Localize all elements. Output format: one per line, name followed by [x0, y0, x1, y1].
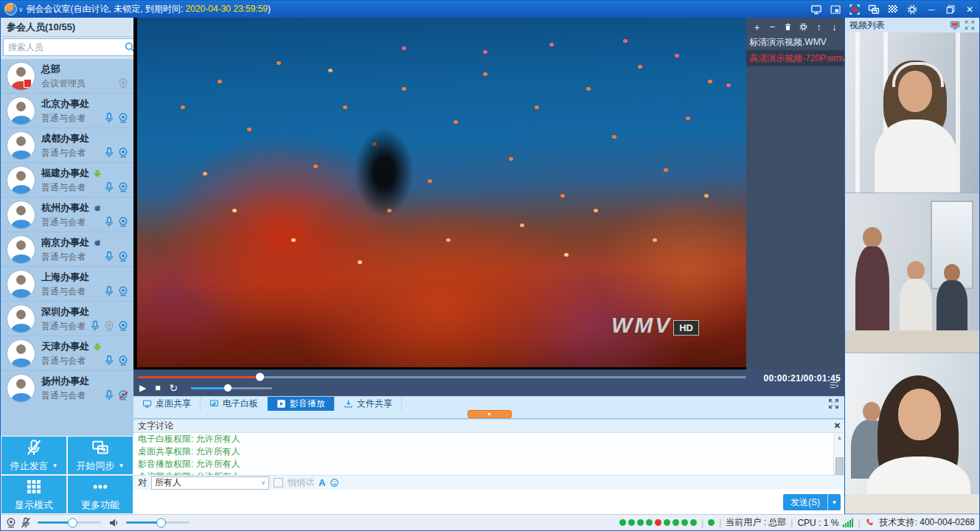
- chat-input-area[interactable]: 发送(S) ▼: [133, 490, 845, 514]
- mic-icon[interactable]: [103, 285, 115, 297]
- font-style-button[interactable]: A: [319, 477, 325, 488]
- pixel-grid-icon[interactable]: [883, 1, 903, 18]
- file-share-icon: [344, 399, 353, 409]
- chat-scrollbar[interactable]: ▲ ▼: [833, 433, 845, 475]
- display-mode-button[interactable]: 显示模式: [1, 476, 66, 513]
- scroll-thumb[interactable]: [835, 457, 844, 475]
- participant-row[interactable]: 深圳办事处 普通与会者: [1, 302, 133, 336]
- participant-row[interactable]: 杭州办事处 普通与会者: [1, 198, 133, 232]
- minimize-button[interactable]: ─: [922, 1, 941, 18]
- camera-icon[interactable]: [103, 320, 115, 332]
- grid-icon: [25, 478, 43, 496]
- playlist-move-down-button[interactable]: ↓: [830, 22, 839, 32]
- speaker-volume-slider[interactable]: [126, 521, 190, 524]
- search-input[interactable]: [7, 41, 124, 53]
- settings-gear-icon[interactable]: [903, 1, 922, 18]
- stop-button[interactable]: ■: [155, 384, 160, 392]
- monitor-icon[interactable]: [950, 20, 960, 30]
- window-layout-icon[interactable]: [826, 1, 845, 18]
- camera-icon[interactable]: [117, 251, 129, 263]
- expand-icon[interactable]: [965, 20, 975, 30]
- participant-row[interactable]: 南京办事处 普通与会者: [1, 232, 133, 267]
- participant-row[interactable]: 福建办事处 普通与会者: [1, 163, 133, 198]
- seek-handle[interactable]: [256, 373, 264, 381]
- network-sync-icon[interactable]: [864, 1, 883, 18]
- playlist-item-selected[interactable]: 高清演示视频-720P.wmv删除: [746, 50, 845, 66]
- mic-icon[interactable]: [103, 355, 115, 367]
- mic-icon[interactable]: [103, 251, 115, 263]
- tab-desktop-share[interactable]: 桌面共享: [133, 397, 201, 411]
- logo-caret-icon[interactable]: ∨: [18, 6, 24, 13]
- participant-row[interactable]: 扬州办事处 普通与会者: [1, 371, 133, 405]
- mic-icon[interactable]: [103, 181, 115, 193]
- playlist-add-button[interactable]: ＋: [752, 22, 762, 32]
- chat-close-icon[interactable]: ✕: [834, 421, 841, 431]
- send-button[interactable]: 发送(S): [783, 494, 827, 510]
- stop-speaking-button[interactable]: 停止发言▼: [1, 437, 66, 474]
- emoji-button[interactable]: [330, 478, 339, 487]
- playlist-move-up-button[interactable]: ↑: [814, 22, 824, 32]
- tab-media-playback[interactable]: 影音播放: [268, 397, 335, 411]
- replay-button[interactable]: ↻: [169, 383, 178, 393]
- close-button[interactable]: ✕: [960, 1, 979, 18]
- participant-name: 上海办事处: [41, 271, 89, 284]
- mic-volume-slider[interactable]: [38, 521, 101, 524]
- video-list-title: 视频列表: [849, 19, 885, 32]
- apple-icon: [92, 203, 102, 213]
- participant-row[interactable]: 天津办事处 普通与会者: [1, 336, 133, 371]
- dropdown-caret-icon[interactable]: ▼: [52, 462, 58, 469]
- video-thumbnail[interactable]: [845, 193, 979, 354]
- camera-icon[interactable]: [117, 320, 129, 332]
- screen-share-icon[interactable]: [807, 1, 826, 18]
- chat-collapse-handle[interactable]: ▼: [468, 410, 512, 418]
- participant-row[interactable]: 上海办事处 普通与会者: [1, 267, 133, 302]
- more-functions-button[interactable]: 更多功能: [68, 476, 133, 513]
- restore-button[interactable]: [941, 1, 960, 18]
- playlist-remove-button[interactable]: −: [768, 22, 777, 32]
- dropdown-caret-icon[interactable]: ▼: [119, 462, 125, 469]
- camera-icon[interactable]: [117, 355, 129, 367]
- recipient-select[interactable]: 所有人∨: [151, 476, 269, 490]
- video-thumbnail[interactable]: [845, 32, 979, 193]
- seek-bar[interactable]: [138, 376, 746, 378]
- mic-icon[interactable]: [103, 216, 115, 228]
- start-sync-button[interactable]: 开始同步▼: [68, 437, 133, 474]
- speaker-icon[interactable]: [108, 517, 120, 529]
- participant-row[interactable]: 成都办事处 普通与会者: [1, 128, 133, 163]
- send-options-caret[interactable]: ▼: [827, 494, 841, 510]
- camera-icon[interactable]: [117, 285, 129, 297]
- playlist-trash-button[interactable]: [783, 22, 793, 32]
- participant-row[interactable]: 北京办事处 普通与会者: [1, 94, 133, 128]
- mic-icon[interactable]: [103, 389, 115, 401]
- playlist-toggle-icon[interactable]: [829, 380, 839, 393]
- record-icon[interactable]: [845, 1, 864, 18]
- volume-slider[interactable]: [191, 387, 272, 389]
- fullscreen-expand-icon[interactable]: [828, 398, 839, 409]
- video-thumbnail[interactable]: [845, 353, 979, 514]
- camera-icon[interactable]: [117, 112, 129, 124]
- participant-row[interactable]: 总部 会议管理员: [1, 59, 133, 94]
- mic-muted-status-icon[interactable]: [20, 517, 32, 529]
- speaker-volume-handle[interactable]: [156, 518, 166, 527]
- playlist-settings-button[interactable]: [799, 22, 808, 32]
- mic-icon[interactable]: [103, 147, 115, 159]
- camera-icon[interactable]: [117, 147, 129, 159]
- avatar: [7, 374, 35, 403]
- camera-icon[interactable]: [117, 77, 129, 89]
- tab-file-share[interactable]: 文件共享: [335, 397, 402, 411]
- avatar: [7, 235, 35, 264]
- playing-video[interactable]: WMV HD: [137, 18, 746, 367]
- mic-icon[interactable]: [89, 320, 101, 332]
- mic-volume-handle[interactable]: [68, 518, 77, 527]
- camera-icon[interactable]: [117, 181, 129, 193]
- play-button[interactable]: ▶: [139, 384, 146, 392]
- camera-icon[interactable]: [117, 216, 129, 228]
- main-area: WMV HD ＋ − ↑ ↓ 标清演示视频.WMV 高清演示视频-720P.wm…: [133, 18, 845, 514]
- mic-icon[interactable]: [103, 112, 115, 124]
- tab-whiteboard[interactable]: 电子白板: [201, 397, 268, 411]
- volume-handle[interactable]: [224, 384, 232, 392]
- webcam-status-icon[interactable]: [5, 517, 17, 529]
- scroll-up-icon[interactable]: ▲: [834, 433, 845, 442]
- playlist-item[interactable]: 标清演示视频.WMV: [746, 34, 845, 50]
- whisper-checkbox[interactable]: [274, 478, 283, 487]
